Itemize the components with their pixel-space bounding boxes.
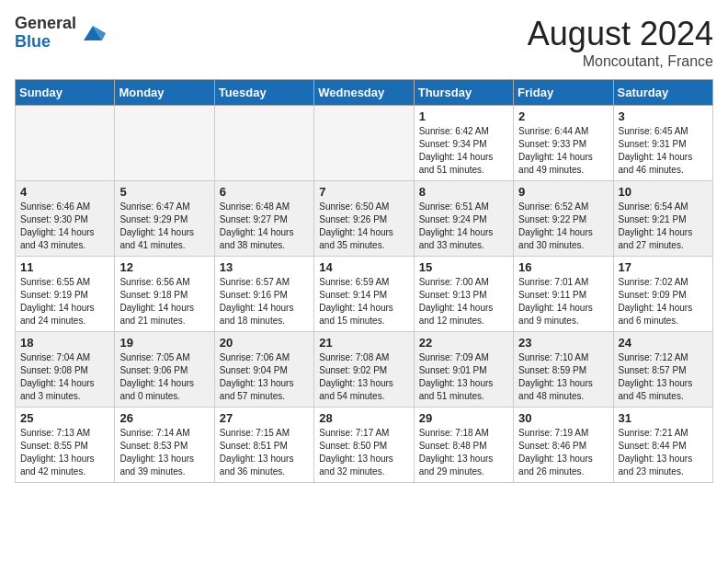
logo-icon [80, 20, 106, 46]
day-number: 13 [220, 260, 309, 274]
day-number: 8 [419, 185, 508, 199]
day-number: 11 [20, 260, 109, 274]
calendar-cell: 21Sunrise: 7:08 AMSunset: 9:02 PMDayligh… [314, 332, 414, 408]
page-header: General Blue August 2024 Moncoutant, Fra… [15, 15, 713, 70]
day-number: 26 [119, 411, 209, 425]
calendar-cell: 17Sunrise: 7:02 AMSunset: 9:09 PMDayligh… [613, 257, 712, 332]
day-number: 22 [419, 336, 508, 350]
calendar-cell: 18Sunrise: 7:04 AMSunset: 9:08 PMDayligh… [16, 332, 115, 408]
day-info: Sunrise: 7:17 AMSunset: 8:50 PMDaylight:… [319, 427, 408, 478]
day-info: Sunrise: 7:19 AMSunset: 8:46 PMDaylight:… [518, 427, 608, 478]
day-number: 17 [619, 260, 708, 274]
day-info: Sunrise: 7:15 AMSunset: 8:51 PMDaylight:… [220, 427, 309, 478]
day-number: 20 [220, 336, 309, 350]
calendar-cell [16, 106, 115, 181]
calendar-cell: 6Sunrise: 6:48 AMSunset: 9:27 PMDaylight… [214, 181, 313, 257]
day-number: 21 [319, 336, 408, 350]
calendar-cell: 9Sunrise: 6:52 AMSunset: 9:22 PMDaylight… [514, 181, 613, 257]
calendar-cell [214, 106, 313, 181]
day-number: 18 [20, 336, 109, 350]
calendar-week-row: 4Sunrise: 6:46 AMSunset: 9:30 PMDaylight… [16, 181, 713, 257]
logo: General Blue [15, 15, 106, 52]
header-friday: Friday [514, 80, 613, 106]
day-info: Sunrise: 6:59 AMSunset: 9:14 PMDaylight:… [319, 276, 408, 327]
day-info: Sunrise: 6:50 AMSunset: 9:26 PMDaylight:… [319, 201, 408, 252]
calendar-week-row: 1Sunrise: 6:42 AMSunset: 9:34 PMDaylight… [16, 106, 713, 181]
day-number: 28 [319, 411, 408, 425]
calendar-cell: 3Sunrise: 6:45 AMSunset: 9:31 PMDaylight… [613, 106, 712, 181]
calendar-cell: 11Sunrise: 6:55 AMSunset: 9:19 PMDayligh… [16, 257, 115, 332]
day-info: Sunrise: 6:47 AMSunset: 9:29 PMDaylight:… [119, 201, 209, 252]
day-info: Sunrise: 7:04 AMSunset: 9:08 PMDaylight:… [20, 351, 109, 403]
calendar-cell: 2Sunrise: 6:44 AMSunset: 9:33 PMDaylight… [514, 106, 613, 181]
day-number: 30 [518, 411, 608, 425]
calendar-cell: 28Sunrise: 7:17 AMSunset: 8:50 PMDayligh… [314, 408, 414, 483]
day-number: 27 [220, 411, 309, 425]
calendar-cell: 31Sunrise: 7:21 AMSunset: 8:44 PMDayligh… [613, 408, 712, 483]
calendar-cell: 15Sunrise: 7:00 AMSunset: 9:13 PMDayligh… [414, 257, 513, 332]
day-info: Sunrise: 7:10 AMSunset: 8:59 PMDaylight:… [518, 351, 608, 403]
header-sunday: Sunday [16, 80, 115, 106]
day-number: 31 [619, 411, 708, 425]
day-number: 4 [20, 185, 109, 199]
day-info: Sunrise: 6:54 AMSunset: 9:21 PMDaylight:… [619, 201, 708, 252]
day-number: 25 [20, 411, 109, 425]
day-number: 7 [319, 185, 408, 199]
day-number: 19 [119, 336, 209, 350]
calendar-cell: 8Sunrise: 6:51 AMSunset: 9:24 PMDaylight… [414, 181, 513, 257]
day-info: Sunrise: 6:56 AMSunset: 9:18 PMDaylight:… [119, 276, 209, 327]
header-thursday: Thursday [414, 80, 513, 106]
calendar-cell: 24Sunrise: 7:12 AMSunset: 8:57 PMDayligh… [613, 332, 712, 408]
header-wednesday: Wednesday [314, 80, 414, 106]
day-number: 23 [518, 336, 608, 350]
calendar-cell [314, 106, 414, 181]
calendar-cell: 16Sunrise: 7:01 AMSunset: 9:11 PMDayligh… [514, 257, 613, 332]
calendar-cell: 23Sunrise: 7:10 AMSunset: 8:59 PMDayligh… [514, 332, 613, 408]
day-info: Sunrise: 7:18 AMSunset: 8:48 PMDaylight:… [419, 427, 508, 478]
day-info: Sunrise: 7:08 AMSunset: 9:02 PMDaylight:… [319, 351, 408, 403]
day-number: 1 [419, 109, 508, 123]
calendar-cell: 10Sunrise: 6:54 AMSunset: 9:21 PMDayligh… [613, 181, 712, 257]
day-info: Sunrise: 7:06 AMSunset: 9:04 PMDaylight:… [220, 351, 309, 403]
calendar-cell: 26Sunrise: 7:14 AMSunset: 8:53 PMDayligh… [115, 408, 214, 483]
calendar-cell: 12Sunrise: 6:56 AMSunset: 9:18 PMDayligh… [115, 257, 214, 332]
calendar-cell: 14Sunrise: 6:59 AMSunset: 9:14 PMDayligh… [314, 257, 414, 332]
day-info: Sunrise: 6:55 AMSunset: 9:19 PMDaylight:… [20, 276, 109, 327]
day-info: Sunrise: 6:42 AMSunset: 9:34 PMDaylight:… [419, 125, 508, 177]
day-info: Sunrise: 6:51 AMSunset: 9:24 PMDaylight:… [419, 201, 508, 252]
day-number: 5 [119, 185, 209, 199]
day-number: 29 [419, 411, 508, 425]
calendar-cell: 5Sunrise: 6:47 AMSunset: 9:29 PMDaylight… [115, 181, 214, 257]
calendar-cell: 7Sunrise: 6:50 AMSunset: 9:26 PMDaylight… [314, 181, 414, 257]
day-number: 10 [619, 185, 708, 199]
calendar-week-row: 11Sunrise: 6:55 AMSunset: 9:19 PMDayligh… [16, 257, 713, 332]
calendar-cell: 20Sunrise: 7:06 AMSunset: 9:04 PMDayligh… [214, 332, 313, 408]
calendar-cell: 25Sunrise: 7:13 AMSunset: 8:55 PMDayligh… [16, 408, 115, 483]
calendar-cell: 29Sunrise: 7:18 AMSunset: 8:48 PMDayligh… [414, 408, 513, 483]
logo-general: General [15, 15, 76, 33]
title-section: August 2024 Moncoutant, France [528, 15, 713, 70]
day-info: Sunrise: 7:14 AMSunset: 8:53 PMDaylight:… [119, 427, 209, 478]
day-info: Sunrise: 6:52 AMSunset: 9:22 PMDaylight:… [518, 201, 608, 252]
day-number: 3 [619, 109, 708, 123]
calendar-week-row: 25Sunrise: 7:13 AMSunset: 8:55 PMDayligh… [16, 408, 713, 483]
calendar-cell: 4Sunrise: 6:46 AMSunset: 9:30 PMDaylight… [16, 181, 115, 257]
day-info: Sunrise: 6:44 AMSunset: 9:33 PMDaylight:… [518, 125, 608, 177]
day-number: 12 [119, 260, 209, 274]
logo-text: General Blue [15, 15, 76, 52]
day-info: Sunrise: 7:00 AMSunset: 9:13 PMDaylight:… [419, 276, 508, 327]
header-tuesday: Tuesday [214, 80, 313, 106]
logo-blue: Blue [15, 33, 76, 52]
day-number: 6 [220, 185, 309, 199]
calendar-cell: 30Sunrise: 7:19 AMSunset: 8:46 PMDayligh… [514, 408, 613, 483]
day-info: Sunrise: 7:01 AMSunset: 9:11 PMDaylight:… [518, 276, 608, 327]
calendar-cell: 27Sunrise: 7:15 AMSunset: 8:51 PMDayligh… [214, 408, 313, 483]
day-number: 14 [319, 260, 408, 274]
calendar-cell: 1Sunrise: 6:42 AMSunset: 9:34 PMDaylight… [414, 106, 513, 181]
header-row: SundayMondayTuesdayWednesdayThursdayFrid… [16, 80, 713, 106]
month-year-title: August 2024 [528, 15, 713, 53]
day-number: 24 [619, 336, 708, 350]
day-info: Sunrise: 7:02 AMSunset: 9:09 PMDaylight:… [619, 276, 708, 327]
header-monday: Monday [115, 80, 214, 106]
day-number: 9 [518, 185, 608, 199]
